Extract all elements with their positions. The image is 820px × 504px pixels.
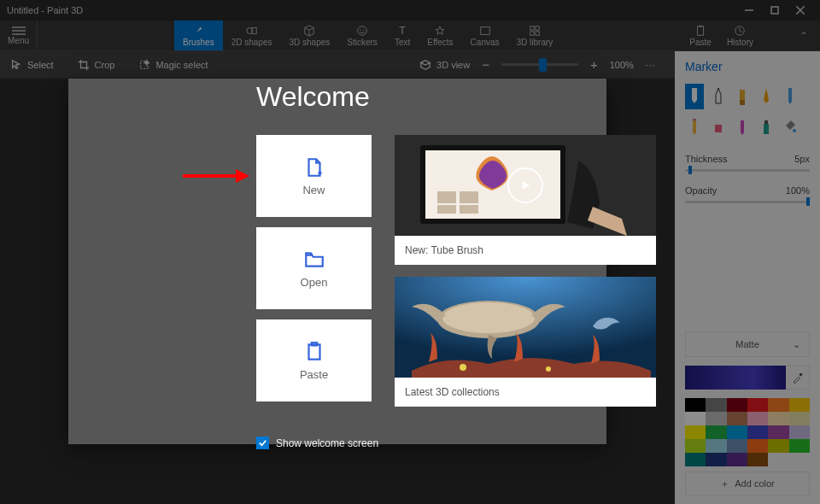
collections-card[interactable]: Latest 3D collections: [395, 277, 656, 407]
open-label: Open: [301, 276, 328, 289]
svg-point-42: [546, 366, 551, 372]
checkbox-checked-icon: [256, 437, 269, 449]
collections-thumbnail: [395, 277, 656, 378]
svg-rect-36: [437, 205, 456, 214]
svg-rect-34: [437, 191, 456, 203]
open-folder-icon: [303, 249, 325, 271]
open-tile[interactable]: Open: [256, 227, 372, 309]
svg-rect-37: [460, 205, 478, 214]
svg-point-41: [460, 364, 466, 371]
welcome-title: Welcome: [256, 81, 370, 113]
paste-label: Paste: [300, 368, 328, 381]
svg-rect-29: [308, 344, 319, 359]
new-label: New: [302, 184, 325, 196]
tutorial-card[interactable]: New: Tube Brush: [395, 135, 656, 265]
new-tile[interactable]: New: [256, 135, 372, 217]
show-welcome-checkbox[interactable]: Show welcome screen: [256, 437, 378, 449]
clipboard-icon: [303, 341, 325, 363]
svg-point-40: [442, 302, 535, 333]
card2-caption: Latest 3D collections: [395, 378, 656, 407]
paste-tile[interactable]: Paste: [256, 319, 372, 401]
new-file-icon: [303, 156, 325, 179]
play-icon: [507, 167, 543, 203]
show-welcome-label: Show welcome screen: [276, 437, 378, 449]
card1-caption: New: Tube Brush: [395, 236, 656, 265]
svg-rect-35: [460, 191, 478, 203]
